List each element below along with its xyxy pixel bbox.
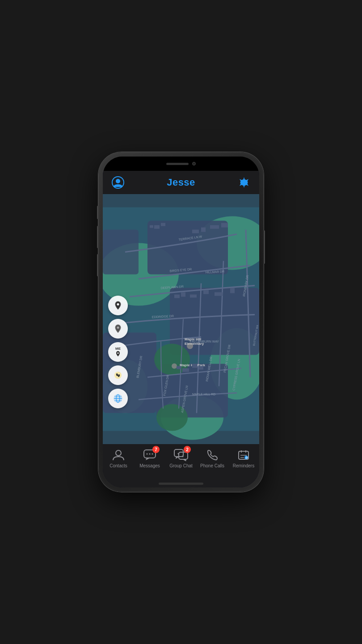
phone-screen: Jesse <box>103 157 259 487</box>
nav-item-group-chat[interactable]: ♥ ♥ 2 Group Chat <box>165 448 197 468</box>
pin-icon-1 <box>113 301 123 310</box>
svg-text:♥: ♥ <box>182 455 184 458</box>
notch-area <box>103 157 259 171</box>
notch <box>156 159 206 169</box>
bottom-navigation: Contacts 7 Messages <box>103 444 259 481</box>
messages-icon-wrap: 7 <box>142 448 158 462</box>
me-location-button[interactable]: ME <box>108 342 128 362</box>
svg-text:♥: ♥ <box>177 452 179 455</box>
phone-calls-icon-wrap <box>204 448 220 462</box>
speaker-grille <box>166 163 189 165</box>
contacts-icon <box>112 449 125 461</box>
profile-button[interactable] <box>110 174 126 191</box>
phone-frame: Jesse <box>98 152 264 492</box>
phone-calls-icon <box>206 449 218 461</box>
power-button <box>264 230 265 264</box>
nav-item-reminders[interactable]: ⏱ Reminders <box>228 448 259 468</box>
svg-point-1 <box>116 179 120 183</box>
nav-item-messages[interactable]: 7 Messages <box>134 448 165 468</box>
reminders-label: Reminders <box>233 463 254 468</box>
svg-rect-41 <box>210 225 219 229</box>
svg-rect-39 <box>192 230 199 233</box>
app-screen: Jesse <box>103 171 259 487</box>
pin-icon-2 <box>113 324 123 334</box>
phone-calls-label: Phone Calls <box>200 463 224 468</box>
svg-point-53 <box>117 303 119 305</box>
svg-point-31 <box>172 364 177 369</box>
settings-icon <box>238 176 250 189</box>
volume-up-button <box>97 226 98 248</box>
svg-rect-37 <box>154 225 160 229</box>
messages-badge: 7 <box>152 446 160 453</box>
reminders-icon: ⏱ <box>237 449 250 461</box>
footsteps-icon <box>113 370 123 380</box>
svg-rect-45 <box>190 295 197 298</box>
reminders-icon-wrap: ⏱ <box>236 448 252 462</box>
svg-rect-40 <box>201 228 206 232</box>
group-chat-icon-wrap: ♥ ♥ 2 <box>173 448 189 462</box>
svg-rect-52 <box>199 366 203 370</box>
svg-rect-38 <box>161 223 165 226</box>
front-camera <box>192 162 196 165</box>
svg-rect-49 <box>177 366 181 369</box>
contacts-icon-wrap <box>110 448 126 462</box>
mute-button <box>97 206 98 219</box>
svg-rect-48 <box>230 288 235 293</box>
globe-icon <box>113 393 123 404</box>
map-view[interactable]: TERRACE LN W BIRDS EYE DR HILLMAR DR DEE… <box>103 194 259 444</box>
svg-text:⏱: ⏱ <box>245 456 248 459</box>
svg-point-54 <box>117 326 119 329</box>
nav-item-phone-calls[interactable]: Phone Calls <box>197 448 228 468</box>
svg-rect-44 <box>181 292 185 297</box>
svg-point-64 <box>116 450 121 456</box>
home-bar-area <box>103 481 259 487</box>
svg-rect-51 <box>192 364 198 368</box>
app-title: Jesse <box>167 177 195 188</box>
footsteps-button[interactable] <box>108 365 128 385</box>
me-pin-icon <box>115 351 121 357</box>
globe-button[interactable] <box>108 389 128 408</box>
contacts-label: Contacts <box>109 463 127 468</box>
svg-point-55 <box>118 352 119 354</box>
svg-point-68 <box>152 453 153 455</box>
location-pin-button-2[interactable] <box>108 319 128 339</box>
svg-rect-43 <box>174 295 180 298</box>
settings-button[interactable] <box>236 174 252 191</box>
svg-rect-36 <box>150 225 153 228</box>
svg-rect-47 <box>215 292 223 296</box>
svg-rect-46 <box>203 290 209 294</box>
location-pin-button-1[interactable] <box>108 296 128 315</box>
svg-point-66 <box>147 453 148 455</box>
messages-label: Messages <box>139 463 160 468</box>
svg-text:Elementary: Elementary <box>185 342 204 346</box>
volume-down-button <box>97 254 98 276</box>
svg-rect-13 <box>103 230 139 275</box>
svg-rect-50 <box>182 369 189 372</box>
svg-text:Maple Hill: Maple Hill <box>185 337 201 341</box>
profile-icon <box>112 176 124 189</box>
group-chat-badge: 2 <box>184 446 191 453</box>
svg-rect-42 <box>221 223 228 228</box>
nav-item-contacts[interactable]: Contacts <box>103 448 134 468</box>
app-header: Jesse <box>103 171 259 194</box>
home-indicator <box>159 483 203 485</box>
svg-text:MAPLE HILL RD: MAPLE HILL RD <box>192 393 215 396</box>
map-controls: ME <box>108 296 128 408</box>
group-chat-label: Group Chat <box>169 463 193 468</box>
svg-point-67 <box>149 453 151 455</box>
